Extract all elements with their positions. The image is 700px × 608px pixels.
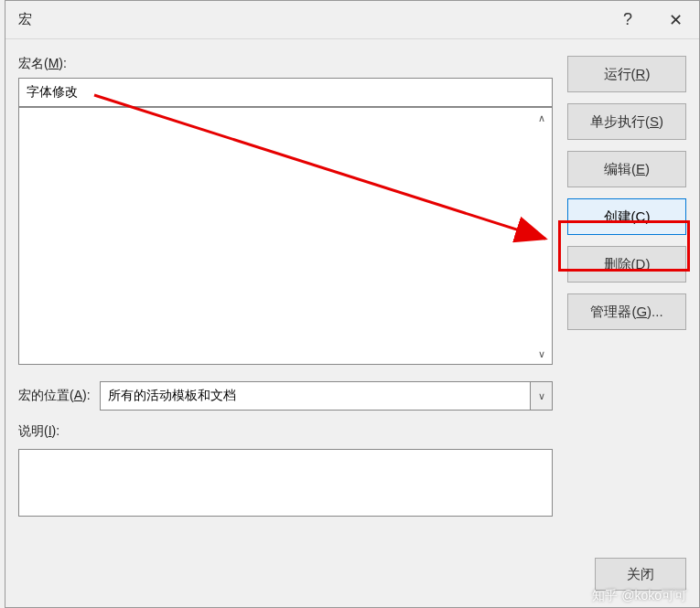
location-value: 所有的活动模板和文档 — [101, 382, 530, 410]
watermark-text: 知乎 @koko可可 — [592, 588, 687, 604]
macro-location-label: 宏的位置(A): — [18, 388, 91, 404]
macro-list[interactable]: ∧ ∨ — [18, 107, 553, 365]
macro-list-area[interactable] — [19, 108, 552, 364]
delete-button[interactable]: 删除(D) — [567, 246, 686, 283]
description-label: 说明(I): — [18, 423, 553, 440]
scroll-up-icon[interactable]: ∧ — [533, 110, 550, 126]
run-button[interactable]: 运行(R) — [567, 56, 686, 92]
scroll-down-icon[interactable]: ∨ — [533, 346, 550, 362]
footer: 关闭 — [595, 558, 686, 591]
right-button-column: 运行(R) 单步执行(S) 编辑(E) 创建(C) 删除(D) 管理器(G)..… — [567, 56, 686, 517]
location-select[interactable]: 所有的活动模板和文档 ∨ — [100, 381, 553, 411]
window-title: 宏 — [5, 11, 32, 28]
step-button[interactable]: 单步执行(S) — [567, 103, 686, 140]
help-button[interactable]: ? — [604, 1, 652, 39]
macro-dialog: 宏 ? ✕ 宏名(M): ∧ ∨ 宏的位置(A): 所有的活动模板和文档 ∨ 说… — [5, 0, 700, 608]
close-button[interactable]: 关闭 — [595, 558, 686, 591]
organizer-button[interactable]: 管理器(G)... — [567, 293, 686, 330]
description-box[interactable] — [18, 449, 553, 517]
dropdown-icon[interactable]: ∨ — [530, 382, 552, 410]
left-column: 宏名(M): ∧ ∨ 宏的位置(A): 所有的活动模板和文档 ∨ 说明(I): — [18, 56, 553, 517]
dialog-content: 宏名(M): ∧ ∨ 宏的位置(A): 所有的活动模板和文档 ∨ 说明(I): … — [5, 39, 699, 529]
macro-name-label: 宏名(M): — [18, 56, 553, 72]
create-button[interactable]: 创建(C) — [567, 198, 686, 235]
location-row: 宏的位置(A): 所有的活动模板和文档 ∨ — [18, 381, 553, 411]
edit-button[interactable]: 编辑(E) — [567, 151, 686, 187]
titlebar: 宏 ? ✕ — [5, 1, 699, 39]
macro-name-input[interactable] — [18, 78, 553, 107]
close-window-button[interactable]: ✕ — [652, 1, 699, 39]
